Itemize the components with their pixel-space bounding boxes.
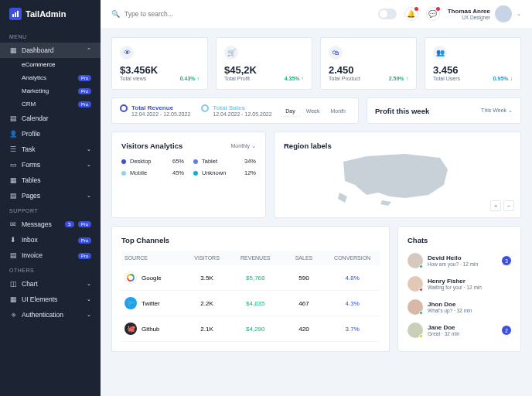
theme-toggle[interactable] xyxy=(378,9,397,19)
sub-crm[interactable]: CRMPro xyxy=(0,97,101,111)
chat-item[interactable]: Jane DoeGreat · 32 min2 xyxy=(408,319,511,342)
users-icon: 👥 xyxy=(433,46,447,60)
logo-icon xyxy=(9,8,22,20)
chats-card: Chats Devid HeiloHow are you? · 12 min3 … xyxy=(397,226,521,352)
nav-forms[interactable]: ▭Forms⌄ xyxy=(0,157,101,172)
legend-date: 12.04.2022 - 12.05.2022 xyxy=(131,111,190,117)
bag-icon: 🛍 xyxy=(329,46,343,60)
map[interactable] xyxy=(284,150,511,208)
chevron-down-icon: ⌄ xyxy=(517,11,521,17)
kpi-change: 0.43% ↑ xyxy=(180,76,200,81)
nav-chart[interactable]: ◫Chart⌄ xyxy=(0,276,101,292)
pro-badge: Pro xyxy=(78,75,91,81)
legend-title: Total Sales xyxy=(213,104,271,111)
pro-badge: Pro xyxy=(78,237,91,244)
chat-button[interactable]: 💬 xyxy=(426,7,440,21)
kpi-label: Total views xyxy=(120,76,146,81)
nav-pages[interactable]: ▤Pages⌄ xyxy=(0,188,101,203)
nav-tables[interactable]: ▦Tables xyxy=(0,172,101,188)
notification-dot xyxy=(414,7,418,11)
grid-icon: ▦ xyxy=(9,46,17,54)
profit-select[interactable]: This Week ⌄ xyxy=(481,108,513,114)
sub-ecommerce[interactable]: eCommerce xyxy=(0,58,101,71)
kpi-users: 👥 3.456 Total Users0.95% ↓ xyxy=(425,37,521,90)
visitors-analytics: Visitors AnalyticsMonthly ⌄ Desktop65% T… xyxy=(111,131,266,218)
main: 🔍 🔔 💬 Thomas Anree UX Designer ⌄ 👁 $3.45… xyxy=(101,0,532,396)
tab-week[interactable]: Week xyxy=(302,106,325,116)
table-header: SOURCEVISITORSREVENUESSALESCONVERSION xyxy=(121,251,380,265)
svg-rect-1 xyxy=(15,12,16,17)
nav-profile[interactable]: 👤Profile xyxy=(0,126,101,142)
content: 👁 $3.456K Total views0.43% ↑ 🛒 $45,2K To… xyxy=(101,28,532,396)
eye-icon: 👁 xyxy=(120,46,134,60)
logo-text: TailAdmin xyxy=(26,9,66,19)
pro-badge: Pro xyxy=(78,101,91,108)
nav-task[interactable]: ☰Task⌄ xyxy=(0,142,101,157)
user-icon: 👤 xyxy=(9,130,17,138)
invoice-icon: ▤ xyxy=(9,251,17,259)
legend-dot xyxy=(201,104,209,112)
ui-icon: ▦ xyxy=(9,295,17,303)
zoom-out-button[interactable]: − xyxy=(503,200,514,211)
svg-rect-0 xyxy=(12,14,14,17)
chevron-down-icon: ⌄ xyxy=(87,312,91,318)
pro-badge: Pro xyxy=(78,253,91,259)
sub-marketing[interactable]: MarketingPro xyxy=(0,84,101,97)
logo[interactable]: TailAdmin xyxy=(0,8,101,29)
tab-day[interactable]: Day xyxy=(281,106,299,116)
user-menu[interactable]: Thomas Anree UX Designer ⌄ xyxy=(448,5,521,22)
nav-messages[interactable]: ✉Messages5Pro xyxy=(0,217,101,232)
search-input[interactable] xyxy=(124,10,240,18)
unread-badge: 2 xyxy=(502,326,511,335)
chat-item[interactable]: Devid HeiloHow are you? · 12 min3 xyxy=(408,249,511,272)
analytics-item: Mobile45% xyxy=(121,169,184,176)
calendar-icon: ▤ xyxy=(9,114,17,122)
legend-dot xyxy=(120,104,128,112)
user-role: UX Designer xyxy=(448,15,490,20)
pro-badge: Pro xyxy=(78,88,91,94)
auth-icon: ⎆ xyxy=(9,311,17,319)
inbox-icon: ⬇ xyxy=(9,236,17,244)
chevron-down-icon: ⌄ xyxy=(87,193,91,199)
kpi-value: $45,2K xyxy=(224,64,304,76)
analytics-item: Unknown12% xyxy=(193,169,256,176)
chevron-down-icon: ⌄ xyxy=(87,162,91,168)
kpi-views: 👁 $3.456K Total views0.43% ↑ xyxy=(111,37,208,90)
chevron-down-icon: ⌄ xyxy=(87,146,91,152)
notification-button[interactable]: 🔔 xyxy=(404,7,418,21)
card-title: Region labels xyxy=(284,142,511,150)
top-channels: Top Channels SOURCEVISITORSREVENUESSALES… xyxy=(111,226,390,352)
analytics-item: Tablet34% xyxy=(193,158,256,165)
chat-item[interactable]: Henry FisherWaiting for you! · 12 min xyxy=(408,272,511,295)
sidebar: TailAdmin MENU ▦ Dashboard ⌃ eCommerce A… xyxy=(0,0,101,396)
nav-dashboard[interactable]: ▦ Dashboard ⌃ xyxy=(0,43,101,58)
section-support: SUPPORT xyxy=(0,203,101,217)
list-icon: ☰ xyxy=(9,145,17,153)
profit-title: Profit this week xyxy=(375,107,429,115)
nav-auth[interactable]: ⎆Authentication⌄ xyxy=(0,307,101,323)
analytics-select[interactable]: Monthly ⌄ xyxy=(231,143,256,149)
nav-ui[interactable]: ▦UI Elements⌄ xyxy=(0,292,101,307)
chat-dot xyxy=(436,7,440,11)
avatar xyxy=(408,299,423,315)
chat-item[interactable]: Jhon DoeWhat's up? · 32 min xyxy=(408,295,511,319)
user-name: Thomas Anree xyxy=(448,8,490,15)
sub-analytics[interactable]: AnalyticsPro xyxy=(0,71,101,84)
revenue-chart-header: Total Revenue12.04.2022 - 12.05.2022 Tot… xyxy=(111,97,359,124)
nav-calendar[interactable]: ▤Calendar xyxy=(0,111,101,126)
nav-invoice[interactable]: ▤InvoicePro xyxy=(0,248,101,263)
nav-inbox[interactable]: ⬇InboxPro xyxy=(0,232,101,248)
chevron-down-icon: ⌄ xyxy=(87,296,91,302)
kpi-label: Total Product xyxy=(329,76,360,81)
zoom-in-button[interactable]: + xyxy=(490,200,501,211)
avatar xyxy=(408,276,423,292)
avatar xyxy=(408,253,423,268)
tab-month[interactable]: Month xyxy=(326,106,350,116)
svg-rect-2 xyxy=(17,11,19,17)
table-row: 🐦Twitter 2.2K$4,6354674.3% xyxy=(121,291,380,316)
pro-badge: Pro xyxy=(78,221,91,227)
twitter-icon: 🐦 xyxy=(124,297,137,309)
region-card: Region labels +− xyxy=(274,131,521,218)
search-icon[interactable]: 🔍 xyxy=(111,10,120,18)
kpi-value: $3.456K xyxy=(120,64,200,76)
